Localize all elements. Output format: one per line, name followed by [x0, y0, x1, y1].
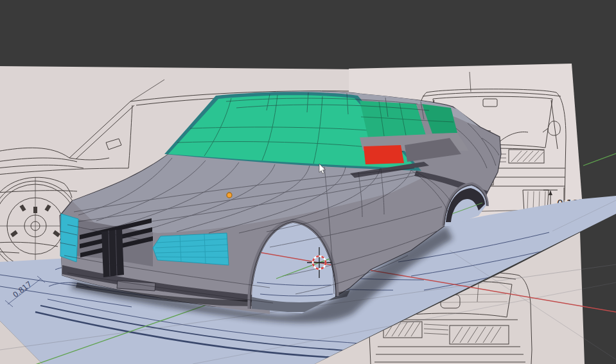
grille-badge [101, 229, 124, 277]
interior-red-panel [364, 145, 404, 164]
headlight-left [60, 214, 78, 262]
object-origin-marker [227, 193, 232, 198]
viewport-canvas[interactable]: 0,123 0.817 [0, 0, 616, 364]
headlight-right [153, 233, 229, 265]
